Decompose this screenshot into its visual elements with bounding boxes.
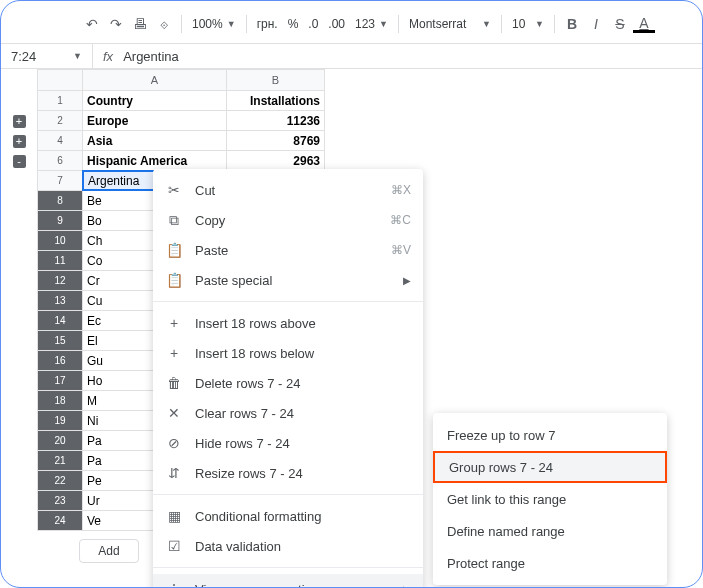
cell[interactable]: 8769 xyxy=(227,131,325,151)
ctx-data-validation[interactable]: ☑Data validation xyxy=(153,531,423,561)
col-header-b[interactable]: B xyxy=(227,69,325,91)
percent-button[interactable]: % xyxy=(284,17,303,31)
ctx-insert-above[interactable]: +Insert 18 rows above xyxy=(153,308,423,338)
number-format-select[interactable]: 123▼ xyxy=(351,17,392,31)
ctx-more-actions[interactable]: ⋮View more row actions▶ xyxy=(153,574,423,588)
ctx-insert-below[interactable]: +Insert 18 rows below xyxy=(153,338,423,368)
group-toggle-button[interactable]: + xyxy=(13,135,26,148)
ctx-copy[interactable]: ⧉Copy⌘C xyxy=(153,205,423,235)
group-toggle-button[interactable]: - xyxy=(13,155,26,168)
redo-icon[interactable]: ↷ xyxy=(105,13,127,35)
row-header[interactable]: 6 xyxy=(37,151,83,171)
row-header[interactable]: 13 xyxy=(37,291,83,311)
plus-icon: + xyxy=(165,314,183,332)
name-box[interactable]: 7:24▼ xyxy=(1,44,93,68)
row-header[interactable]: 24 xyxy=(37,511,83,531)
cut-icon: ✂ xyxy=(165,181,183,199)
row-header[interactable]: 16 xyxy=(37,351,83,371)
copy-icon: ⧉ xyxy=(165,211,183,229)
font-size-select[interactable]: 10▼ xyxy=(508,17,548,31)
cell[interactable]: Installations xyxy=(227,91,325,111)
table-row: 2Europe11236 xyxy=(37,111,325,131)
chevron-right-icon: ▶ xyxy=(403,584,411,589)
cell[interactable]: Asia xyxy=(83,131,227,151)
table-row: 1CountryInstallations xyxy=(37,91,325,111)
cell[interactable]: Hispanic America xyxy=(83,151,227,171)
bold-button[interactable]: B xyxy=(561,13,583,35)
ctx-paste-special[interactable]: 📋Paste special▶ xyxy=(153,265,423,295)
row-header[interactable]: 9 xyxy=(37,211,83,231)
paint-format-icon[interactable]: ⟐ xyxy=(153,13,175,35)
resize-icon: ⇵ xyxy=(165,464,183,482)
more-icon: ⋮ xyxy=(165,580,183,588)
row-header[interactable]: 17 xyxy=(37,371,83,391)
formula-bar: 7:24▼ fx Argentina xyxy=(1,43,702,69)
row-header[interactable]: 4 xyxy=(37,131,83,151)
ctx-delete[interactable]: 🗑Delete rows 7 - 24 xyxy=(153,368,423,398)
cell[interactable]: 11236 xyxy=(227,111,325,131)
ctx-clear[interactable]: ✕Clear rows 7 - 24 xyxy=(153,398,423,428)
row-header[interactable]: 2 xyxy=(37,111,83,131)
row-header[interactable]: 23 xyxy=(37,491,83,511)
paste-special-icon: 📋 xyxy=(165,271,183,289)
row-header[interactable]: 15 xyxy=(37,331,83,351)
cond-format-icon: ▦ xyxy=(165,507,183,525)
clear-icon: ✕ xyxy=(165,404,183,422)
sub-named-range[interactable]: Define named range xyxy=(433,515,667,547)
row-header[interactable]: 7 xyxy=(37,171,83,191)
table-row: 6Hispanic America2963 xyxy=(37,151,325,171)
row-header[interactable]: 22 xyxy=(37,471,83,491)
zoom-select[interactable]: 100%▼ xyxy=(188,17,240,31)
ctx-hide[interactable]: ⊘Hide rows 7 - 24 xyxy=(153,428,423,458)
data-validation-icon: ☑ xyxy=(165,537,183,555)
sub-group-rows[interactable]: Group rows 7 - 24 xyxy=(433,451,667,483)
font-select[interactable]: Montserrat▼ xyxy=(405,17,495,31)
currency-button[interactable]: грн. xyxy=(253,17,282,31)
decrease-decimal-button[interactable]: .0 xyxy=(304,17,322,31)
sub-get-link[interactable]: Get link to this range xyxy=(433,483,667,515)
chevron-right-icon: ▶ xyxy=(403,275,411,286)
row-header[interactable]: 18 xyxy=(37,391,83,411)
ctx-paste[interactable]: 📋Paste⌘V xyxy=(153,235,423,265)
ctx-cut[interactable]: ✂Cut⌘X xyxy=(153,175,423,205)
paste-icon: 📋 xyxy=(165,241,183,259)
row-header[interactable]: 12 xyxy=(37,271,83,291)
row-header[interactable]: 20 xyxy=(37,431,83,451)
row-actions-submenu: Freeze up to row 7 Group rows 7 - 24 Get… xyxy=(433,413,667,585)
context-menu: ✂Cut⌘X ⧉Copy⌘C 📋Paste⌘V 📋Paste special▶ … xyxy=(153,169,423,588)
row-header[interactable]: 11 xyxy=(37,251,83,271)
cell[interactable]: Country xyxy=(83,91,227,111)
row-header[interactable]: 19 xyxy=(37,411,83,431)
formula-input[interactable]: Argentina xyxy=(123,49,179,64)
row-header[interactable]: 1 xyxy=(37,91,83,111)
plus-icon: + xyxy=(165,344,183,362)
row-header[interactable]: 8 xyxy=(37,191,83,211)
col-header-a[interactable]: A xyxy=(83,69,227,91)
add-rows-button[interactable]: Add xyxy=(79,539,139,563)
ctx-conditional-formatting[interactable]: ▦Conditional formatting xyxy=(153,501,423,531)
cell[interactable]: Europe xyxy=(83,111,227,131)
row-header[interactable]: 14 xyxy=(37,311,83,331)
group-toggle-button[interactable]: + xyxy=(13,115,26,128)
trash-icon: 🗑 xyxy=(165,374,183,392)
toolbar: ↶ ↷ 🖶 ⟐ 100%▼ грн. % .0 .00 123▼ Montser… xyxy=(1,1,702,43)
row-header[interactable]: 10 xyxy=(37,231,83,251)
print-icon[interactable]: 🖶 xyxy=(129,13,151,35)
select-all-corner[interactable] xyxy=(37,69,83,91)
hide-icon: ⊘ xyxy=(165,434,183,452)
strike-button[interactable]: S xyxy=(609,13,631,35)
undo-icon[interactable]: ↶ xyxy=(81,13,103,35)
sub-protect-range[interactable]: Protect range xyxy=(433,547,667,579)
ctx-resize[interactable]: ⇵Resize rows 7 - 24 xyxy=(153,458,423,488)
row-header[interactable]: 21 xyxy=(37,451,83,471)
cell[interactable]: 2963 xyxy=(227,151,325,171)
sub-freeze[interactable]: Freeze up to row 7 xyxy=(433,419,667,451)
table-row: 4Asia8769 xyxy=(37,131,325,151)
increase-decimal-button[interactable]: .00 xyxy=(324,17,349,31)
text-color-button[interactable]: A xyxy=(633,15,655,33)
group-gutter: ++- xyxy=(1,69,37,563)
fx-label: fx xyxy=(93,49,123,64)
italic-button[interactable]: I xyxy=(585,13,607,35)
